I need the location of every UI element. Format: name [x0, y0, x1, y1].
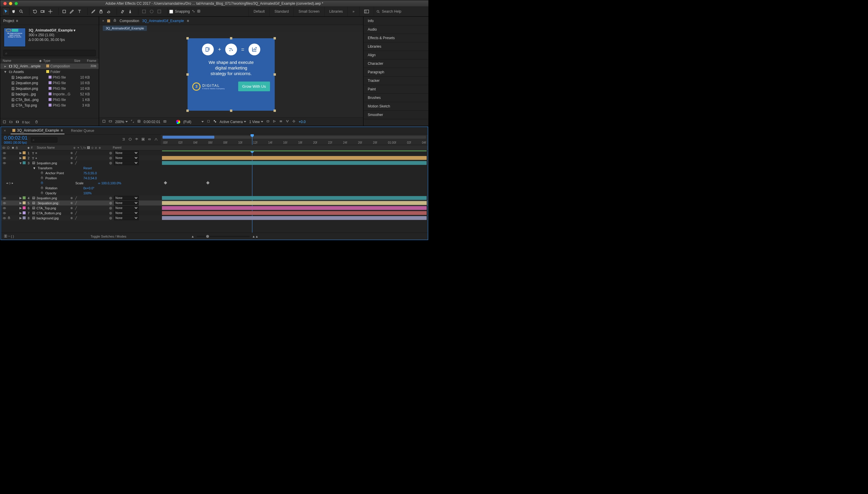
pan-behind-tool-icon[interactable] — [46, 8, 54, 15]
frame-blend-icon[interactable] — [141, 137, 145, 142]
parent-dropdown[interactable]: None — [114, 196, 139, 200]
layer-source-name[interactable]: T+ — [31, 156, 69, 160]
panel-menu-icon[interactable]: ≡ — [16, 19, 18, 23]
timeline-layers[interactable]: ▶ 1 T= ⊕ ╱ ◎ None ▶ 2 T+ ⊕ ╱ ◎ None — [1, 150, 428, 232]
channel-icon[interactable] — [176, 120, 180, 124]
col-frame[interactable]: Frame — [80, 59, 96, 62]
timeline-zoom[interactable]: ▲ ▲▲ — [191, 235, 259, 238]
project-item[interactable]: 2equation.png PNG file 10 KB — [0, 80, 99, 86]
project-item[interactable]: ▼ Assets Folder — [0, 69, 99, 75]
clone-stamp-tool-icon[interactable] — [97, 8, 105, 15]
camera-tool-icon[interactable] — [39, 8, 46, 15]
resolution-icon[interactable] — [131, 119, 134, 124]
resolution-dropdown[interactable]: (Full) — [183, 120, 204, 124]
transparency-grid-icon[interactable] — [213, 119, 217, 124]
parent-dropdown[interactable]: None — [114, 201, 139, 205]
layer-row[interactable]: ▶ 2 T+ ⊕ ╱ ◎ None — [1, 155, 428, 160]
stopwatch-icon[interactable] — [40, 186, 43, 190]
col-size[interactable]: Size — [66, 59, 80, 62]
pen-tool-icon[interactable] — [68, 8, 76, 15]
pickwhip-icon[interactable]: ◎ — [109, 196, 112, 200]
layer-row[interactable]: ▶ 8 background.jpg ⊕ ╱ ◎ None — [1, 215, 428, 221]
comp-name[interactable]: 3Q_AnimatedGif_Example ▾ — [29, 28, 75, 33]
stopwatch-icon[interactable] — [40, 191, 43, 195]
twirl-icon[interactable]: ▼ — [19, 161, 23, 165]
time-ruler[interactable]: :00f02f04f06f08f10f12f14f16f18f20f22f24f… — [161, 135, 428, 145]
composition-name[interactable]: 3Q_AnimatedGif_Example — [142, 19, 184, 23]
col-type[interactable]: Type — [43, 59, 66, 62]
type-tool-icon[interactable] — [76, 8, 83, 15]
close-window-icon[interactable] — [3, 2, 7, 5]
project-bpc[interactable]: 8 bpc — [22, 120, 30, 124]
property-row[interactable]: Position 74.0,54.0 — [1, 175, 428, 180]
property-row[interactable]: Anchor Point 75.0,55.0 — [1, 170, 428, 175]
eraser-tool-icon[interactable] — [105, 8, 112, 15]
zoom-tool-icon[interactable] — [17, 8, 25, 15]
parent-dropdown[interactable]: None — [114, 156, 139, 160]
hand-tool-icon[interactable] — [10, 8, 17, 15]
project-search-input[interactable]: ⌕ — [3, 50, 96, 56]
layer-source-name[interactable]: 1equation.png — [31, 161, 69, 165]
workspace-libraries[interactable]: Libraries — [324, 7, 347, 16]
project-item[interactable]: ▸ 3Q_Anim...ample Composition 30⧉ — [0, 63, 99, 69]
pickwhip-icon[interactable]: ◎ — [109, 161, 112, 165]
flowchart-icon[interactable] — [286, 119, 289, 124]
col-name[interactable]: Name — [3, 59, 39, 62]
parent-dropdown[interactable]: None — [114, 161, 139, 165]
snapping-toggle[interactable]: Snapping — [169, 10, 201, 14]
visibility-icon[interactable] — [3, 161, 6, 165]
workspace-overflow-icon[interactable]: » — [347, 7, 359, 16]
reset-exposure-icon[interactable] — [292, 119, 296, 124]
render-queue-tab[interactable]: Render Queue — [69, 128, 96, 134]
current-timecode[interactable]: 0:00:02:01 — [4, 135, 27, 141]
stopwatch-icon[interactable] — [40, 181, 43, 185]
toggle-switches-modes[interactable]: Toggle Switches / Modes — [90, 235, 126, 238]
timeline-search-input[interactable]: ⌕ — [31, 137, 57, 142]
snap-options-icon[interactable] — [192, 10, 195, 14]
visibility-icon[interactable] — [3, 216, 6, 220]
workspace-small-screen[interactable]: Small Screen — [294, 7, 324, 16]
layer-row[interactable]: ▶ 1 T= ⊕ ╱ ◎ None — [1, 150, 428, 155]
col-label-icon[interactable]: ◆ — [39, 59, 43, 63]
zoom-dropdown[interactable]: 200% — [115, 120, 128, 124]
delete-icon[interactable] — [35, 120, 38, 124]
twirl-icon[interactable]: ▶ — [19, 156, 23, 160]
project-items-list[interactable]: ▸ 3Q_Anim...ample Composition 30⧉ ▼ Asse… — [0, 63, 99, 118]
selection-tool-icon[interactable] — [2, 8, 10, 15]
composition-canvas[interactable]: + = We shape and execute digital marketi… — [99, 32, 363, 117]
project-panel-header[interactable]: Project ≡ — [0, 17, 99, 25]
snapshot-icon[interactable] — [163, 119, 167, 124]
visibility-icon[interactable] — [3, 211, 6, 215]
twirl-icon[interactable]: ▶ — [19, 211, 23, 215]
close-tab-icon[interactable]: × — [4, 129, 6, 133]
panel-audio[interactable]: Audio — [364, 25, 429, 34]
comp-mini-flowchart-icon[interactable] — [122, 137, 126, 142]
stopwatch-icon[interactable] — [40, 171, 43, 175]
parent-dropdown[interactable]: None — [114, 206, 139, 210]
layer-row[interactable]: ▶ 6 CTA_Top.png ⊕ ╱ ◎ None — [1, 206, 428, 210]
orbit-tool-icon[interactable] — [31, 8, 39, 15]
workspace-default[interactable]: Default — [248, 7, 269, 16]
roi-icon[interactable] — [207, 119, 210, 124]
panel-info[interactable]: Info — [364, 17, 429, 25]
stopwatch-icon[interactable] — [40, 176, 43, 180]
pickwhip-icon[interactable]: ◎ — [109, 156, 112, 160]
layer-row[interactable]: ▶ 5 3equation.png ⊕ ╱ ◎ None — [1, 201, 428, 206]
minimize-window-icon[interactable] — [9, 2, 12, 5]
view-dropdown[interactable]: 1 View — [249, 120, 263, 124]
search-help[interactable]: Search Help — [374, 7, 427, 16]
brackets-icon[interactable]: { } — [11, 235, 14, 238]
panel-libraries[interactable]: Libraries — [364, 42, 429, 51]
project-item[interactable]: CTA_Top.png PNG file 3 KB — [0, 102, 99, 108]
lock-icon[interactable] — [113, 19, 117, 23]
layer-source-name[interactable]: 3equation.png — [31, 202, 69, 205]
motion-blur-icon[interactable] — [148, 137, 151, 142]
graph-editor-icon[interactable] — [154, 137, 158, 142]
close-tab-icon[interactable]: × — [102, 19, 104, 23]
nested-comp-tab[interactable]: 3Q_AnimatedGif_Example — [103, 25, 147, 31]
panel-tracker[interactable]: Tracker — [364, 77, 429, 85]
viewer-timecode[interactable]: 0:00:02:01 — [144, 120, 161, 124]
interpret-footage-icon[interactable] — [3, 120, 6, 124]
fast-preview-icon[interactable] — [272, 119, 276, 124]
composition-content[interactable]: + = We shape and execute digital marketi… — [188, 38, 275, 111]
